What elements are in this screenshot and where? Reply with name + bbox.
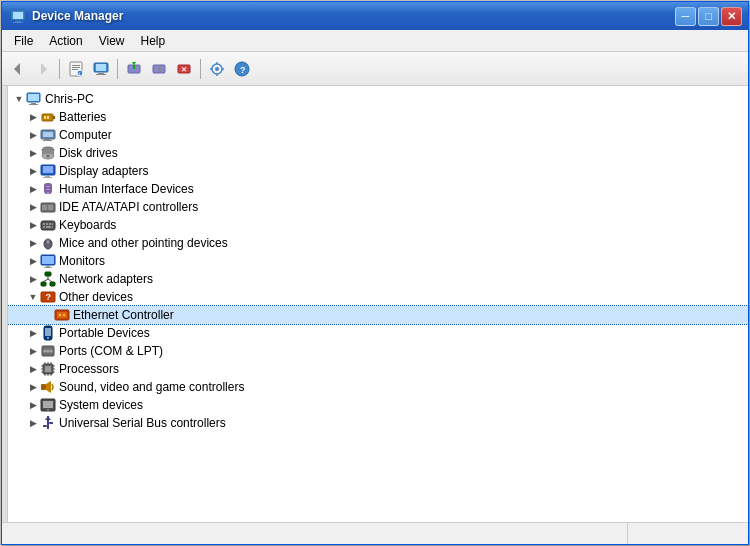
svg-rect-34 bbox=[29, 104, 38, 105]
svg-rect-73 bbox=[45, 272, 51, 276]
processors-expand[interactable]: ▶ bbox=[26, 360, 40, 378]
tree-item-ide[interactable]: ▶ IDE ATA/ATAPI controllers bbox=[8, 198, 748, 216]
tree-item-system[interactable]: ▶ System devices bbox=[8, 396, 748, 414]
tree-item-keyboards[interactable]: ▶ Keyboards bbox=[8, 216, 748, 234]
ide-expand[interactable]: ▶ bbox=[26, 198, 40, 216]
ports-expand[interactable]: ▶ bbox=[26, 342, 40, 360]
root-label: Chris-PC bbox=[45, 92, 94, 106]
ports-label: Ports (COM & LPT) bbox=[59, 344, 163, 358]
hid-icon bbox=[40, 181, 56, 197]
usb-icon bbox=[40, 415, 56, 431]
maximize-button[interactable]: □ bbox=[698, 7, 719, 26]
tree-item-ethernet[interactable]: ▶ Ethernet Controller bbox=[8, 306, 748, 324]
svg-rect-48 bbox=[43, 166, 53, 173]
tree-item-sound[interactable]: ▶ Sound, video and game controllers bbox=[8, 378, 748, 396]
computer-icon bbox=[93, 61, 109, 77]
tree-item-other[interactable]: ▼ ? Other devices bbox=[8, 288, 748, 306]
tree-item-network[interactable]: ▶ Network adapters bbox=[8, 270, 748, 288]
tree-item-processors[interactable]: ▶ bbox=[8, 360, 748, 378]
svg-point-68 bbox=[47, 241, 49, 243]
toolbar-separator-1 bbox=[59, 59, 60, 79]
other-label: Other devices bbox=[59, 290, 133, 304]
svg-rect-82 bbox=[57, 312, 67, 318]
back-button[interactable] bbox=[6, 57, 30, 81]
diskdrives-expand[interactable]: ▶ bbox=[26, 144, 40, 162]
menu-view[interactable]: View bbox=[91, 32, 133, 50]
processors-icon bbox=[40, 361, 56, 377]
forward-button[interactable] bbox=[31, 57, 55, 81]
tree-item-mice[interactable]: ▶ Mice and other pointing devices bbox=[8, 234, 748, 252]
device-tree-panel[interactable]: ▼ Chris-PC ▶ bbox=[8, 86, 748, 522]
tree-item-computer[interactable]: ▶ Computer bbox=[8, 126, 748, 144]
menu-help[interactable]: Help bbox=[133, 32, 174, 50]
svg-rect-18 bbox=[133, 65, 135, 69]
properties-button[interactable]: i bbox=[64, 57, 88, 81]
tree-item-diskdrives[interactable]: ▶ Disk drives bbox=[8, 144, 748, 162]
help-button[interactable]: ? bbox=[230, 57, 254, 81]
rollback-button[interactable] bbox=[147, 57, 171, 81]
hid-expand[interactable]: ▶ bbox=[26, 180, 40, 198]
svg-point-54 bbox=[47, 192, 49, 194]
tree-item-batteries[interactable]: ▶ Batteries bbox=[8, 108, 748, 126]
svg-rect-60 bbox=[46, 223, 48, 225]
computer-expand[interactable]: ▶ bbox=[26, 126, 40, 144]
menu-file[interactable]: File bbox=[6, 32, 41, 50]
svg-rect-65 bbox=[52, 226, 53, 228]
system-label: System devices bbox=[59, 398, 143, 412]
keyboards-expand[interactable]: ▶ bbox=[26, 216, 40, 234]
tree-item-usb[interactable]: ▶ Universal Serial Bus controllers bbox=[8, 414, 748, 432]
update-driver-button[interactable] bbox=[122, 57, 146, 81]
display-icon bbox=[40, 163, 56, 179]
uninstall-button[interactable]: ✕ bbox=[172, 57, 196, 81]
tree-item-ports[interactable]: ▶ Ports (COM & LPT) bbox=[8, 342, 748, 360]
svg-marker-112 bbox=[45, 416, 51, 420]
network-expand[interactable]: ▶ bbox=[26, 270, 40, 288]
minimize-button[interactable]: ─ bbox=[675, 7, 696, 26]
svg-point-89 bbox=[44, 350, 47, 353]
svg-rect-33 bbox=[31, 103, 36, 104]
monitors-expand[interactable]: ▶ bbox=[26, 252, 40, 270]
tree-item-monitors[interactable]: ▶ Monitors bbox=[8, 252, 748, 270]
sound-expand[interactable]: ▶ bbox=[26, 378, 40, 396]
svg-marker-4 bbox=[14, 63, 20, 75]
computer-item-label: Computer bbox=[59, 128, 112, 142]
toolbar: i bbox=[2, 52, 748, 86]
portable-expand[interactable]: ▶ bbox=[26, 324, 40, 342]
ports-icon bbox=[40, 343, 56, 359]
svg-rect-38 bbox=[47, 116, 49, 119]
svg-rect-56 bbox=[42, 205, 47, 210]
hid-label: Human Interface Devices bbox=[59, 182, 194, 196]
display-label: Display adapters bbox=[59, 164, 148, 178]
menu-action[interactable]: Action bbox=[41, 32, 90, 50]
display-expand[interactable]: ▶ bbox=[26, 162, 40, 180]
svg-rect-64 bbox=[46, 226, 51, 228]
svg-rect-72 bbox=[44, 267, 52, 268]
computer-button[interactable] bbox=[89, 57, 113, 81]
main-content: ▼ Chris-PC ▶ bbox=[2, 86, 748, 522]
tree-item-portable[interactable]: ▶ Portable Devices bbox=[8, 324, 748, 342]
svg-text:?: ? bbox=[46, 292, 52, 302]
svg-rect-57 bbox=[48, 205, 53, 210]
network-label: Network adapters bbox=[59, 272, 153, 286]
tree-root[interactable]: ▼ Chris-PC bbox=[8, 90, 748, 108]
usb-expand[interactable]: ▶ bbox=[26, 414, 40, 432]
svg-rect-74 bbox=[41, 282, 46, 286]
ethernet-icon bbox=[54, 307, 70, 323]
close-button[interactable]: ✕ bbox=[721, 7, 742, 26]
svg-point-46 bbox=[47, 155, 50, 158]
svg-point-110 bbox=[47, 409, 49, 411]
other-expand[interactable]: ▼ bbox=[26, 288, 40, 306]
mice-expand[interactable]: ▶ bbox=[26, 234, 40, 252]
system-expand[interactable]: ▶ bbox=[26, 396, 40, 414]
svg-rect-9 bbox=[72, 69, 78, 70]
root-expand[interactable]: ▼ bbox=[12, 90, 26, 108]
processors-label: Processors bbox=[59, 362, 119, 376]
svg-rect-37 bbox=[44, 116, 46, 119]
tree-item-hid[interactable]: ▶ Human Interface Devices bbox=[8, 180, 748, 198]
scan-button[interactable] bbox=[205, 57, 229, 81]
status-bar bbox=[2, 522, 748, 544]
batteries-expand[interactable]: ▶ bbox=[26, 108, 40, 126]
mice-label: Mice and other pointing devices bbox=[59, 236, 228, 250]
toolbar-separator-2 bbox=[117, 59, 118, 79]
tree-item-display[interactable]: ▶ Display adapters bbox=[8, 162, 748, 180]
